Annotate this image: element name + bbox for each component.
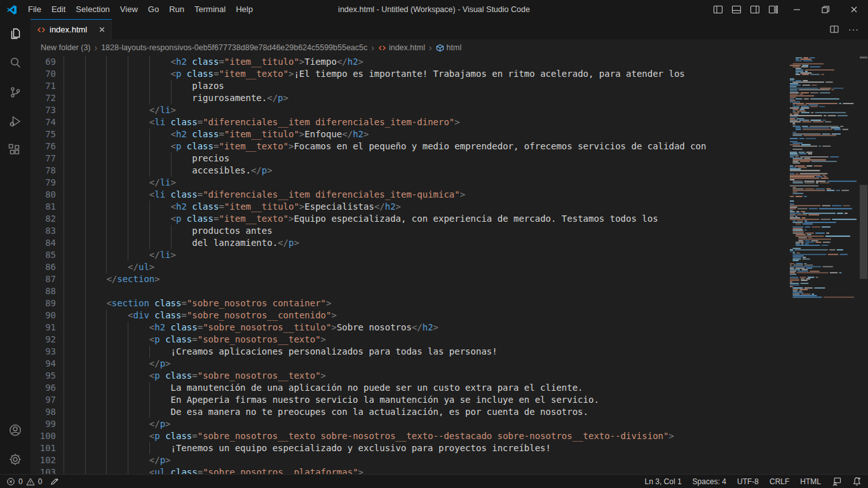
line-number[interactable]: 73 bbox=[31, 104, 56, 116]
menu-go[interactable]: Go bbox=[143, 3, 164, 17]
line-number[interactable]: 71 bbox=[31, 80, 56, 92]
code-line[interactable]: 73</li> bbox=[31, 104, 788, 116]
activity-bar-search-icon[interactable] bbox=[0, 48, 31, 78]
line-number[interactable]: 83 bbox=[31, 225, 56, 237]
code-line[interactable]: 92<p class="sobre_nosotros__texto"> bbox=[31, 334, 788, 346]
line-number[interactable]: 91 bbox=[31, 322, 56, 334]
line-number[interactable]: 93 bbox=[31, 346, 56, 358]
language-mode[interactable]: HTML bbox=[800, 477, 821, 486]
line-number[interactable]: 92 bbox=[31, 334, 56, 346]
code-line[interactable]: 80<li class="diferenciales__item diferen… bbox=[31, 189, 788, 201]
menu-file[interactable]: File bbox=[23, 3, 46, 17]
code-line[interactable]: 70<p class="item__texto">¡El tiempo es i… bbox=[31, 68, 788, 80]
cursor-position[interactable]: Ln 3, Col 1 bbox=[645, 477, 682, 486]
line-number[interactable]: 88 bbox=[31, 285, 56, 297]
activity-bar-source-control-icon[interactable] bbox=[0, 78, 31, 107]
code-line[interactable]: 100<p class="sobre_nosotros__texto sobre… bbox=[31, 430, 788, 442]
line-number[interactable]: 81 bbox=[31, 201, 56, 213]
more-actions-icon[interactable]: ··· bbox=[848, 24, 859, 34]
code-line[interactable]: 103<ul class="sobre_nosotros__plataforma… bbox=[31, 466, 788, 474]
code-line[interactable]: 95<p class="sobre_nosotros__texto"> bbox=[31, 370, 788, 382]
feedback-icon[interactable] bbox=[832, 477, 841, 486]
code-line[interactable]: 96La manutención de una aplicación no pu… bbox=[31, 382, 788, 394]
code-line[interactable]: 97En Apeperia firmas nuestro servicio la… bbox=[31, 394, 788, 406]
toggle-secondary-sidebar-icon[interactable] bbox=[745, 0, 764, 19]
line-number[interactable]: 82 bbox=[31, 213, 56, 225]
indentation-setting[interactable]: Spaces: 4 bbox=[693, 477, 726, 486]
code-editor[interactable]: 69<h2 class="item__titulo">Tiempo</h2>70… bbox=[31, 56, 868, 474]
line-number[interactable]: 85 bbox=[31, 249, 56, 261]
activity-bar-run-debug-icon[interactable] bbox=[0, 107, 31, 136]
code-line[interactable]: 83productos antes bbox=[31, 225, 788, 237]
toggle-sidebar-icon[interactable] bbox=[709, 0, 727, 19]
notifications-bell-icon[interactable] bbox=[852, 477, 862, 486]
code-line[interactable]: 82<p class="item__texto">Equipo especial… bbox=[31, 213, 788, 225]
code-line[interactable]: 75<h2 class="item__titulo">Enfoque</h2> bbox=[31, 128, 788, 140]
tab-close-icon[interactable] bbox=[98, 25, 106, 34]
code-line[interactable]: 98De esa manera no te preocupes con la a… bbox=[31, 406, 788, 418]
split-editor-icon[interactable] bbox=[829, 24, 839, 34]
line-number[interactable]: 69 bbox=[31, 56, 56, 68]
code-area[interactable]: 69<h2 class="item__titulo">Tiempo</h2>70… bbox=[31, 56, 788, 474]
line-number[interactable]: 90 bbox=[31, 309, 56, 322]
problems-status[interactable]: 0 0 bbox=[6, 477, 42, 486]
code-line[interactable]: 87</section> bbox=[31, 273, 788, 285]
line-number[interactable]: 86 bbox=[31, 261, 56, 273]
code-line[interactable]: 84del lanzamiento.</p> bbox=[31, 237, 788, 249]
line-number[interactable]: 94 bbox=[31, 358, 56, 370]
code-line[interactable]: 90<div class="sobre_nosotros__contenido"… bbox=[31, 309, 788, 322]
line-number[interactable]: 84 bbox=[31, 237, 56, 249]
code-line[interactable]: 79</li> bbox=[31, 177, 788, 189]
code-line[interactable]: 102</p> bbox=[31, 454, 788, 466]
menu-view[interactable]: View bbox=[115, 3, 143, 17]
code-line[interactable]: 72rigurosamente.</p> bbox=[31, 92, 788, 104]
code-line[interactable]: 85</li> bbox=[31, 249, 788, 261]
code-line[interactable]: 89<section class="sobre_nosotros contain… bbox=[31, 297, 788, 309]
settings-gear-icon[interactable] bbox=[0, 445, 31, 474]
line-number[interactable]: 97 bbox=[31, 394, 56, 406]
code-line[interactable]: 88 bbox=[31, 285, 788, 297]
activity-bar-extensions-icon[interactable] bbox=[0, 136, 31, 165]
toggle-panel-icon[interactable] bbox=[727, 0, 745, 19]
line-number[interactable]: 100 bbox=[31, 430, 56, 442]
code-line[interactable]: 81<h2 class="item__titulo">Especialistas… bbox=[31, 201, 788, 213]
accounts-icon[interactable] bbox=[0, 416, 31, 445]
line-number[interactable]: 80 bbox=[31, 189, 56, 201]
line-number[interactable]: 77 bbox=[31, 152, 56, 165]
tab-index-html[interactable]: index.html bbox=[31, 19, 112, 39]
line-number[interactable]: 102 bbox=[31, 454, 56, 466]
menu-terminal[interactable]: Terminal bbox=[189, 3, 231, 17]
code-line[interactable]: 101¡Tenemos un equipo especializado y ex… bbox=[31, 442, 788, 454]
code-line[interactable]: 86</ul> bbox=[31, 261, 788, 273]
line-number[interactable]: 72 bbox=[31, 92, 56, 104]
customize-layout-icon[interactable] bbox=[764, 0, 782, 19]
menu-help[interactable]: Help bbox=[231, 3, 258, 17]
status-tool-icon[interactable] bbox=[50, 477, 59, 486]
scrollbar-thumb[interactable] bbox=[860, 185, 867, 279]
line-number[interactable]: 95 bbox=[31, 370, 56, 382]
menu-run[interactable]: Run bbox=[164, 3, 189, 17]
eol-setting[interactable]: CRLF bbox=[770, 477, 789, 486]
line-number[interactable]: 78 bbox=[31, 165, 56, 177]
line-number[interactable]: 98 bbox=[31, 406, 56, 418]
line-number[interactable]: 76 bbox=[31, 140, 56, 152]
line-number[interactable]: 87 bbox=[31, 273, 56, 285]
vertical-scrollbar[interactable] bbox=[859, 56, 868, 474]
activity-bar-explorer[interactable] bbox=[0, 19, 31, 48]
line-number[interactable]: 101 bbox=[31, 442, 56, 454]
menu-edit[interactable]: Edit bbox=[46, 3, 71, 17]
encoding-setting[interactable]: UTF-8 bbox=[737, 477, 759, 486]
line-number[interactable]: 103 bbox=[31, 466, 56, 474]
code-line[interactable]: 91<h2 class="sobre_nosotros__titulo">Sob… bbox=[31, 322, 788, 334]
line-number[interactable]: 70 bbox=[31, 68, 56, 80]
close-window-button[interactable] bbox=[839, 0, 868, 19]
line-number[interactable]: 79 bbox=[31, 177, 56, 189]
line-number[interactable]: 75 bbox=[31, 128, 56, 140]
code-line[interactable]: 99</p> bbox=[31, 418, 788, 430]
code-line[interactable]: 74<li class="diferenciales__item diferen… bbox=[31, 116, 788, 128]
code-line[interactable]: 93¡Creamos aplicaciones personalizados p… bbox=[31, 346, 788, 358]
line-number[interactable]: 99 bbox=[31, 418, 56, 430]
line-number[interactable]: 89 bbox=[31, 297, 56, 309]
code-line[interactable]: 78accesibles.</p> bbox=[31, 165, 788, 177]
code-line[interactable]: 71plazos bbox=[31, 80, 788, 92]
